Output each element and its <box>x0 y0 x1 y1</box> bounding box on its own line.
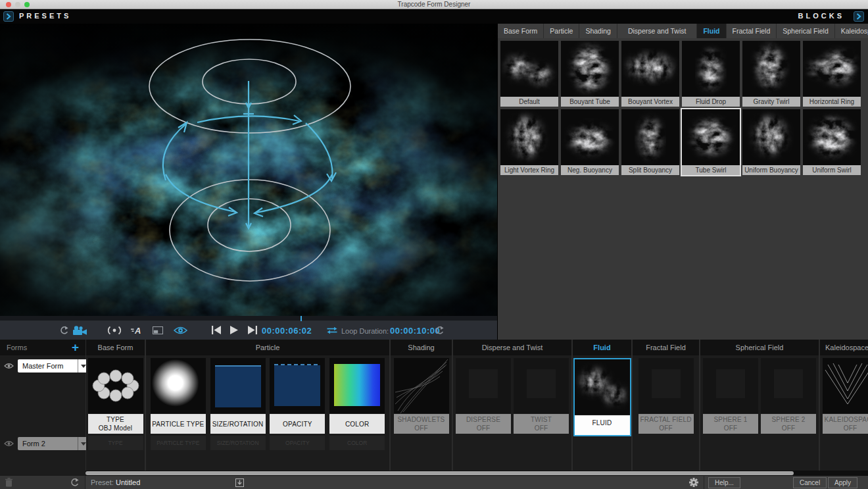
add-form-button[interactable]: + <box>72 340 79 355</box>
save-preset-icon[interactable] <box>235 478 244 487</box>
preset-tile-uniform-swirl[interactable]: Uniform Swirl <box>803 109 861 175</box>
form-name: Form 2 <box>18 440 78 448</box>
card-twist[interactable]: TWIST OFF <box>514 358 569 434</box>
card-particle-type[interactable]: PARTICLE TYPE <box>151 358 206 434</box>
preset-thumbnail <box>682 41 740 97</box>
card-state: OFF <box>761 424 816 432</box>
form-select-form2[interactable]: Form 2 <box>18 437 88 450</box>
blocks-panel-title: BLOCKS <box>798 12 844 20</box>
top-bar: PRESETS BLOCKS <box>0 9 868 24</box>
tab-disperse-and-twist[interactable]: Disperse and Twist <box>617 24 698 38</box>
twist-thumbnail <box>514 358 569 413</box>
fluid-thumbnail <box>575 359 630 415</box>
tab-base-form[interactable]: Base Form <box>498 24 544 38</box>
card-color[interactable]: COLOR <box>329 358 385 434</box>
card-title: SIZE/ROTATION <box>210 420 266 428</box>
scrollbar-thumb[interactable] <box>85 471 794 475</box>
preset-label: Split Bouyancy <box>621 165 679 175</box>
card-title: TWIST <box>514 415 569 424</box>
tab-fractal-field[interactable]: Fractal Field <box>727 24 777 38</box>
preset-label: Neg. Buoyancy <box>561 165 619 175</box>
settings-gear-icon[interactable] <box>689 478 698 487</box>
trash-icon[interactable] <box>5 478 12 487</box>
motion-blur-icon[interactable] <box>107 326 122 335</box>
card-opacity[interactable]: OPACITY <box>270 358 325 434</box>
loop-icon[interactable] <box>326 326 338 334</box>
antialias-icon[interactable]: A <box>131 326 145 335</box>
card-state: OFF <box>639 424 694 432</box>
go-to-end-button[interactable] <box>248 326 257 334</box>
preset-tile-split-bouyancy[interactable]: Split Bouyancy <box>621 109 679 175</box>
card-fractal-field[interactable]: FRACTAL FIELD OFF <box>639 358 694 434</box>
go-to-start-button[interactable] <box>212 326 221 334</box>
form2-dim-slot[interactable]: OPACITY <box>270 436 325 450</box>
opacity-curve-thumbnail <box>270 358 325 413</box>
current-timecode[interactable]: 00:00:06:02 <box>262 326 312 336</box>
card-size-rotation[interactable]: SIZE/ROTATION <box>210 358 266 434</box>
form2-dim-slot[interactable]: TYPE <box>88 436 143 450</box>
preset-tile-light-vortex-ring[interactable]: Light Vortex Ring <box>500 109 558 175</box>
preset-name[interactable]: Untitled <box>116 478 140 486</box>
preset-label: Gravity Twirl <box>742 97 800 107</box>
timeline-scrubber[interactable] <box>0 316 497 321</box>
apply-button[interactable]: Apply <box>828 477 857 488</box>
tab-shading[interactable]: Shading <box>579 24 617 38</box>
preset-tile-tube-swirl[interactable]: Tube Swirl <box>682 109 740 175</box>
card-kaleidospace[interactable]: KALEIDOSPACE OFF <box>823 358 868 434</box>
forms-column-header: Forms + <box>0 340 85 355</box>
tab-spherical-field[interactable]: Spherical Field <box>777 24 834 38</box>
tab-particle[interactable]: Particle <box>544 24 579 38</box>
card-fluid[interactable]: FLUID <box>573 358 631 436</box>
section-shading: Shading SHADOWLETS OFF <box>391 340 452 471</box>
preset-thumbnail <box>742 41 800 97</box>
visibility-eye-icon[interactable] <box>4 440 14 447</box>
card-title: SPHERE 1 <box>703 415 758 424</box>
loop-duration-label: Loop Duration: <box>341 327 389 335</box>
presets-collapse-button[interactable] <box>3 11 14 22</box>
visibility-eye-icon[interactable] <box>4 363 14 369</box>
disperse-thumbnail <box>456 358 511 413</box>
preset-label: Uniform Swirl <box>803 165 861 175</box>
card-type[interactable]: TYPE OBJ Model <box>88 358 143 434</box>
reset-forms-icon[interactable] <box>70 478 79 487</box>
form-select-master[interactable]: Master Form <box>18 359 88 373</box>
tab-fluid[interactable]: Fluid <box>697 24 726 38</box>
preview-viewport[interactable] <box>0 24 497 316</box>
reset-loop-icon[interactable] <box>435 326 444 335</box>
preset-label: Fluid Drop <box>682 97 740 107</box>
card-sphere-1[interactable]: SPHERE 1 OFF <box>703 358 758 434</box>
preset-thumbnail <box>500 109 558 165</box>
section-header: Disperse and Twist <box>453 340 571 355</box>
form2-dim-slot[interactable]: PARTICLE TYPE <box>151 436 206 450</box>
play-button[interactable] <box>230 326 238 334</box>
card-sphere-2[interactable]: SPHERE 2 OFF <box>761 358 816 434</box>
preset-tile-uniform-buoyancy[interactable]: Uniform Buoyancy <box>742 109 800 175</box>
fit-screen-icon[interactable] <box>153 326 163 334</box>
preset-tile-bouyant-vortex[interactable]: Bouyant Vortex <box>621 41 679 107</box>
playhead[interactable] <box>301 316 302 321</box>
preset-thumbnail <box>742 109 800 165</box>
help-button[interactable]: Help... <box>708 477 740 488</box>
form2-dim-slot[interactable]: COLOR <box>329 436 385 450</box>
footer-left-section <box>0 476 85 489</box>
preset-thumbnail <box>803 41 861 97</box>
presets-panel-title: PRESETS <box>19 12 71 20</box>
preset-tile-neg-buoyancy[interactable]: Neg. Buoyancy <box>561 109 619 175</box>
reset-view-icon[interactable] <box>59 326 68 335</box>
form2-dim-slot[interactable]: SIZE/ROTATION <box>210 436 266 450</box>
visibility-eye-icon[interactable] <box>174 326 187 335</box>
form-row-master: Master Form <box>4 359 88 373</box>
tab-kaleidospace[interactable]: Kaleidospace <box>835 24 868 38</box>
preset-tile-fluid-drop[interactable]: Fluid Drop <box>682 41 740 107</box>
card-title: SPHERE 2 <box>761 415 816 424</box>
blocks-collapse-button[interactable] <box>854 11 864 22</box>
camera-icon[interactable] <box>72 326 87 336</box>
card-disperse[interactable]: DISPERSE OFF <box>456 358 511 434</box>
loop-duration-value[interactable]: 00:00:10:00 <box>390 326 440 336</box>
preset-tile-horizontal-ring[interactable]: Horizontal Ring <box>803 41 861 107</box>
preset-tile-gravity-twirl[interactable]: Gravity Twirl <box>742 41 800 107</box>
cancel-button[interactable]: Cancel <box>793 477 827 488</box>
preset-tile-default[interactable]: Default <box>500 41 558 107</box>
card-shadowlets[interactable]: SHADOWLETS OFF <box>394 358 449 434</box>
preset-tile-bouyant-tube[interactable]: Bouyant Tube <box>561 41 619 107</box>
